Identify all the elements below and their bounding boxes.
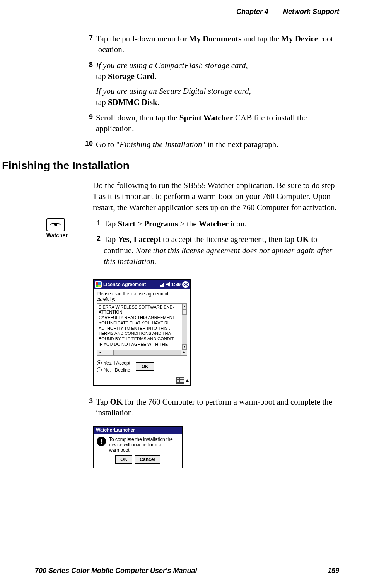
scroll-up-icon[interactable]: ▴: [182, 304, 187, 309]
step-text: " in the next paragraph.: [202, 140, 278, 149]
radio-group: Yes, I Accept No, I Decline OK: [97, 360, 187, 374]
bold: Watcher: [199, 219, 229, 228]
license-line: CAREFULLY READ THIS AGREEMENT: [99, 315, 181, 321]
radio-label: No, I Decline: [104, 367, 130, 374]
italic: Note that this license agreement does no…: [104, 246, 332, 266]
content-area: 7 Tap the pull-down menu for My Document…: [39, 33, 339, 468]
radio-column: Yes, I Accept No, I Decline: [97, 360, 130, 374]
radio-no[interactable]: No, I Decline: [97, 367, 130, 374]
radio-yes[interactable]: Yes, I Accept: [97, 360, 130, 367]
license-text-content: SIERRA WIRELESS SOFTWARE END- ATTENTION:…: [97, 304, 187, 348]
dialog-buttons: OK Cancel: [94, 455, 182, 468]
bold: SDMMC Disk: [108, 98, 157, 107]
bold: My Device: [281, 34, 318, 43]
bold: Sprint Watcher: [179, 113, 233, 122]
bold: My Documents: [189, 34, 242, 43]
step-text: .: [155, 72, 157, 81]
license-prompt: Please read the license agreement carefu…: [97, 291, 187, 302]
step-text: >: [135, 219, 144, 228]
clock-text: 1:39: [171, 282, 181, 287]
scroll-track[interactable]: [103, 350, 181, 355]
bold: OK: [296, 235, 309, 244]
step-1: 1 Tap Start > Programs > the Watcher ico…: [93, 218, 339, 229]
license-line: TERMS AND CONDITIONS AND THA: [99, 331, 181, 336]
step-text: ,: [246, 61, 248, 70]
manual-title: 700 Series Color Mobile Computer User's …: [35, 567, 197, 575]
license-line: BOUND BY THE TERMS AND CONDIT: [99, 336, 181, 342]
cancel-button[interactable]: Cancel: [135, 455, 160, 464]
running-header: Chapter 4 — Network Support: [39, 8, 339, 16]
pda-footer: [94, 376, 190, 385]
license-line: IF YOU DO NOT AGREE WITH THE: [99, 342, 181, 347]
radio-label: Yes, I Accept: [104, 360, 130, 367]
step-text: Tap: [104, 219, 118, 228]
scroll-down-icon[interactable]: ▾: [182, 344, 187, 350]
chapter-number: 4: [265, 8, 268, 15]
step-7: 7 Tap the pull-down menu for My Document…: [85, 33, 339, 55]
step-text: > the: [178, 219, 199, 228]
ordered-steps-top: 7 Tap the pull-down menu for My Document…: [85, 33, 339, 150]
step-text: Scroll down, then tap the: [96, 113, 179, 122]
bold: Yes, I accept: [118, 235, 161, 244]
page: Chapter 4 — Network Support 7 Tap the pu…: [0, 0, 374, 588]
bold: OK: [110, 397, 123, 406]
ok-badge-button[interactable]: ok: [182, 281, 189, 288]
step-number: 2: [90, 234, 101, 243]
dialog-title: WatcherLauncher: [94, 427, 182, 434]
ok-button[interactable]: OK: [115, 455, 132, 464]
start-flag-icon[interactable]: [95, 281, 102, 288]
step-text: .: [157, 98, 159, 107]
step-text: icon.: [229, 219, 247, 228]
watcher-icon-label: Watcher: [46, 232, 93, 238]
section-heading: Finishing the Installation: [2, 159, 339, 172]
scroll-right-icon[interactable]: ▸: [181, 350, 187, 355]
radio-icon[interactable]: [97, 360, 102, 365]
scroll-thumb[interactable]: [182, 309, 187, 315]
step-9: 9 Scroll down, then tap the Sprint Watch…: [85, 112, 339, 134]
ordered-steps-bottom: 3 Tap OK for the 760 Computer to perform…: [85, 396, 339, 418]
radio-icon[interactable]: [97, 367, 102, 372]
step-number: 10: [82, 139, 93, 148]
license-textbox[interactable]: SIERRA WIRELESS SOFTWARE END- ATTENTION:…: [97, 303, 187, 350]
chapter-label: Chapter: [236, 8, 263, 15]
step-number: 7: [82, 33, 93, 43]
vertical-scrollbar[interactable]: ▴ ▾: [182, 304, 187, 350]
step-text: Tap: [104, 235, 118, 244]
speaker-icon[interactable]: [166, 282, 170, 287]
launcher-screenshot: WatcherLauncher ! To complete the instal…: [93, 426, 339, 468]
horizontal-scrollbar[interactable]: ◂ ▸: [97, 350, 187, 356]
italic: If you are using an Secure Digital stora…: [96, 86, 251, 96]
step-10: 10 Go to "Finishing the Installation" in…: [85, 139, 339, 150]
bold: Start: [118, 219, 135, 228]
bold: Storage Card: [108, 72, 155, 81]
license-line: YOU INDICATE THAT YOU HAVE RI: [99, 321, 181, 326]
sip-up-icon[interactable]: [186, 379, 189, 382]
watcher-icon-cell: Watcher: [39, 218, 93, 238]
italic: If you are using a CompactFlash storage …: [96, 61, 246, 70]
ok-button[interactable]: OK: [136, 362, 154, 371]
step-number: 1: [90, 218, 101, 228]
bold: Programs: [144, 219, 178, 228]
header-dash: —: [272, 8, 279, 15]
signal-icon: [160, 282, 164, 287]
step-number: 9: [82, 112, 93, 122]
exclamation-icon: !: [97, 437, 106, 446]
license-line: SIERRA WIRELESS SOFTWARE END-: [99, 305, 181, 310]
scroll-left-icon[interactable]: ◂: [97, 350, 103, 355]
intro-paragraph: Do the following to run the SB555 Watche…: [93, 180, 339, 213]
watcher-icon: [46, 218, 65, 231]
license-line: ATTENTION:: [99, 310, 181, 315]
license-line: AUTHORITY TO ENTER INTO THIS .: [99, 326, 181, 331]
ordered-steps-mid: 1 Tap Start > Programs > the Watcher ico…: [93, 218, 339, 271]
pda-body: Please read the license agreement carefu…: [94, 289, 190, 376]
dialog-message: To complete the installation the device …: [109, 437, 179, 453]
step-number: 8: [82, 60, 93, 69]
step-text: Go to ": [96, 140, 120, 149]
step-3: 3 Tap OK for the 760 Computer to perform…: [85, 396, 339, 418]
page-number: 159: [328, 567, 339, 575]
step-2: 2 Tap Yes, I accept to accept the licens…: [93, 234, 339, 267]
keyboard-icon[interactable]: [176, 377, 184, 384]
scroll-thumb[interactable]: [103, 350, 114, 355]
italic: Finishing the Installation: [120, 140, 202, 149]
chapter-title: Network Support: [283, 8, 339, 15]
